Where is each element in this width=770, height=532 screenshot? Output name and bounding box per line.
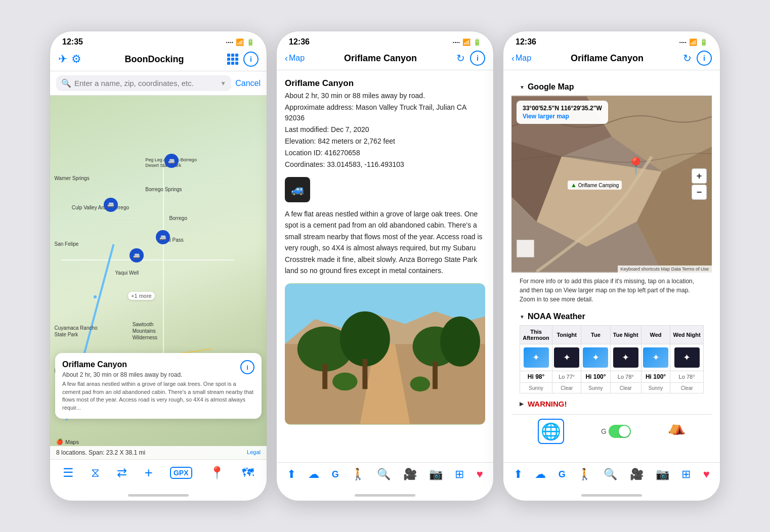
toolbar-pin-btn[interactable]: 📍 [209,466,225,480]
ar-btn-2[interactable]: ⊞ [455,468,464,481]
camera-btn-3[interactable]: 🎥 [630,468,644,481]
nav-right-icons-2: ↻ i [456,51,485,66]
map-pin-4[interactable]: 🚐 [156,230,170,244]
signal-icon-2: ···· [453,38,460,46]
toolbar-add-btn[interactable]: + [144,465,152,481]
canyon-photo-2 [285,283,485,425]
gmap-view-larger[interactable]: View larger map [523,113,602,120]
gmap-zoom-in[interactable]: + [692,168,707,184]
cancel-button-1[interactable]: Cancel [235,79,261,88]
weather-temp-row: Hi 98° Lo 77° Hi 100° Lo 78° Hi 100° Lo … [520,371,704,383]
weather-icon-night-1: ✦ [613,347,638,368]
canyon-photo-svg [285,283,485,425]
battery-icon-3: 🔋 [700,38,708,46]
back-button-3[interactable]: ‹ Map [511,53,531,64]
status-icons-1: ···· 📶 🔋 [226,38,254,46]
search-input-1[interactable] [74,79,217,87]
signal-icon-1: ···· [226,38,233,46]
share-btn-2[interactable]: ⬆ [287,468,296,481]
heart-btn-2[interactable]: ♥ [477,468,483,481]
refresh-icon-3[interactable]: ↻ [683,52,692,64]
toolbar-list-btn[interactable]: ☰ [63,466,74,480]
map-pin-3[interactable]: 🚐 [130,248,144,262]
google-btn-3[interactable]: G [559,469,566,480]
weather-col-0: ThisAfternoon [520,326,552,344]
map-pin-1[interactable]: 🚐 [164,154,179,168]
google-map-header: ▼ Google Map [511,78,712,96]
toolbar-route-btn[interactable]: ⇄ [117,466,127,480]
hiker-btn-2[interactable]: 🚶 [351,468,365,481]
map-label-sawtooth: SawtoothMountainsWilderness [133,321,157,341]
photo-btn-2[interactable]: 📷 [429,468,443,481]
weather-col-3: Tue Night [610,326,641,344]
search-btn-3[interactable]: 🔍 [604,468,617,481]
condition-5: Clear [681,385,693,391]
status-time-2: 12:36 [289,37,310,47]
photo-btn-3[interactable]: 📷 [656,468,669,481]
info-button-3[interactable]: i [697,51,712,66]
apple-maps-logo-1: 🍎 Maps [56,438,79,445]
gmap-footer: Keyboard shortcuts Map Data Terms of Use [618,265,712,273]
camp-icon: ▲ [571,182,577,189]
toggle-section-partial[interactable]: G [601,419,631,444]
share-btn-3[interactable]: ⬆ [514,468,523,481]
nav-left-icons-1[interactable]: ✈ ⚙ [58,53,81,66]
search-input-wrap-1[interactable]: 🔍 ▼ [56,75,231,91]
map-pin-2[interactable]: 🚐 [104,198,118,212]
search-bar-1[interactable]: 🔍 ▼ Cancel [50,71,267,96]
popup-card-1[interactable]: Oriflame Canyon About 2 hr, 30 min or 88… [55,353,262,419]
google-map-3[interactable]: 33°00'52.5"N 116°29'35.2"W View larger m… [511,96,712,273]
condition-2: Sunny [588,385,603,391]
wifi-icon-3: 📶 [689,38,697,46]
toggle-switch-partial[interactable] [609,425,631,438]
gmap-coords: 33°00'52.5"N 116°29'35.2"W [523,105,602,112]
location-icon-1[interactable]: ✈ [58,53,67,66]
popup-title-1: Oriflame Canyon [62,360,254,369]
map-area-1[interactable]: Warner Springs Borrego Springs Borrego S… [50,96,267,459]
gmap-pin: 📍 [626,156,646,175]
bottom-toolbar-2: ⬆ ☁ G 🚶 🔍 🎥 📷 ⊞ ♥ [277,462,493,491]
heart-btn-3[interactable]: ♥ [703,468,710,481]
toolbar-gpx-btn[interactable]: GPX [170,467,192,479]
cloud-btn-2[interactable]: ☁ [308,468,319,481]
ar-btn-3[interactable]: ⊞ [681,468,691,481]
home-indicator-2 [355,494,415,497]
nav-right-icons-1: i [227,52,259,67]
detail-description-2: A few flat areas nestled within a grove … [285,208,485,276]
battery-icon-1: 🔋 [246,38,254,46]
globe-icon-partial[interactable]: 🌐 [538,419,564,444]
gear-icon-1[interactable]: ⚙ [71,53,81,66]
back-button-2[interactable]: ‹ Map [285,53,305,64]
more-badge-1[interactable]: +1 more [128,292,155,300]
battery-icon-2: 🔋 [473,38,481,46]
google-btn-2[interactable]: G [332,469,339,480]
toolbar-map-btn[interactable]: 🗺 [242,466,254,480]
info-button-2[interactable]: i [470,51,485,66]
status-time-3: 12:36 [516,37,536,47]
info-button-1[interactable]: i [243,52,259,67]
gmap-zoom-controls[interactable]: + − [692,168,707,200]
weather-icon-day-0: ✦ [524,347,549,368]
temp-lo-1: Lo 78° [618,374,634,380]
camera-btn-2[interactable]: 🎥 [403,468,417,481]
warning-section[interactable]: ▶ WARNING! [511,393,712,414]
gmap-zoom-out[interactable]: − [692,185,707,200]
svg-rect-5 [322,364,327,389]
road-horizontal-1 [61,259,234,260]
temp-lo-2: Lo 78° [679,374,695,380]
search-btn-2[interactable]: 🔍 [377,468,391,481]
refresh-icon-2[interactable]: ↻ [456,52,465,64]
chevron-down-icon-1: ▼ [220,80,226,87]
home-indicator-3 [581,494,642,497]
camping-icon-partial[interactable]: ⛺ [668,419,686,444]
apple-logo-icon: 🍎 [56,438,63,445]
nav-bar-2: ‹ Map Oriflame Canyon ↻ i [277,49,493,70]
temp-hi-2: Hi 100° [646,373,666,380]
cloud-btn-3[interactable]: ☁ [535,468,546,481]
toolbar-filter-btn[interactable]: ⧖ [91,466,100,480]
temp-hi-0: Hi 98° [528,373,544,380]
bottom-toolbar-1: ☰ ⧖ ⇄ + GPX 📍 🗺 [50,459,267,491]
grid-icon-1[interactable] [227,54,238,65]
hiker-btn-3[interactable]: 🚶 [578,468,591,481]
nav-bar-3: ‹ Map Oriflame Canyon ↻ i [503,49,720,70]
